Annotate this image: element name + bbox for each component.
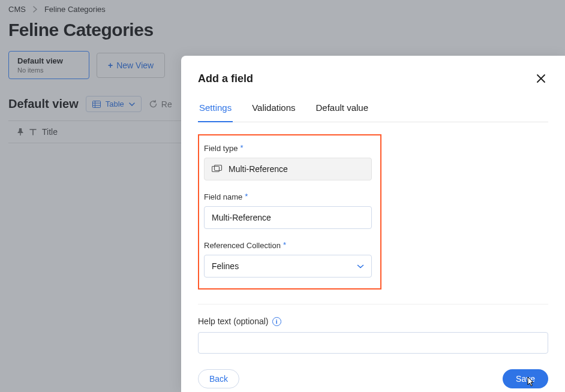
- field-type-display[interactable]: Multi-Reference: [204, 158, 372, 180]
- save-button[interactable]: Save: [503, 369, 548, 388]
- back-button[interactable]: Back: [198, 369, 239, 388]
- highlighted-region: Field type* Multi-Reference Field name* …: [198, 134, 381, 290]
- tab-settings[interactable]: Settings: [198, 102, 233, 122]
- close-button[interactable]: [534, 71, 548, 86]
- info-icon[interactable]: i: [272, 317, 281, 326]
- close-icon: [536, 74, 546, 83]
- modal-tabs: Settings Validations Default value: [198, 102, 548, 122]
- field-type-label: Field type*: [204, 144, 372, 153]
- referenced-collection-label: Referenced Collection*: [204, 241, 372, 250]
- referenced-collection-select[interactable]: Felines: [204, 255, 372, 278]
- chevron-down-icon: [357, 264, 364, 269]
- field-name-label: Field name*: [204, 192, 372, 201]
- help-text-input[interactable]: [198, 332, 548, 354]
- add-field-modal: Add a field Settings Validations Default…: [181, 56, 565, 392]
- modal-title: Add a field: [198, 73, 253, 85]
- svg-rect-6: [215, 165, 222, 171]
- tab-validations[interactable]: Validations: [251, 102, 296, 122]
- multi-reference-icon: [212, 165, 223, 173]
- tab-default-value[interactable]: Default value: [314, 102, 369, 122]
- svg-rect-5: [212, 167, 220, 172]
- field-name-input[interactable]: [204, 206, 372, 229]
- divider: [198, 304, 548, 304]
- referenced-collection-value: Felines: [212, 261, 239, 271]
- field-type-value: Multi-Reference: [229, 164, 288, 174]
- help-text-label: Help text (optional) i: [198, 316, 548, 326]
